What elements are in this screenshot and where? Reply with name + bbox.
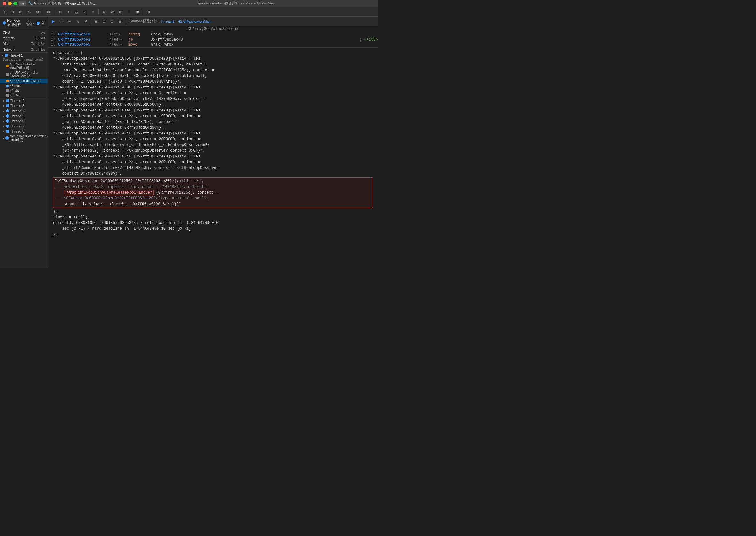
info-button[interactable]: ⚠ xyxy=(25,8,33,15)
step-into-btn[interactable]: ↘ xyxy=(74,18,81,24)
memory-metric[interactable]: Memory 8.3 MB xyxy=(0,35,47,41)
thread9-chevron: ▶ xyxy=(3,137,5,140)
network-metric[interactable]: Network Zero KB/s xyxy=(0,47,47,52)
forward-nav[interactable]: ▷ xyxy=(65,8,72,15)
asm-addr-25: 0x7fff38b5abe5 xyxy=(58,43,109,47)
thread2-item[interactable]: ▶ Thread 2 xyxy=(0,98,47,103)
process-name: Runloop原理分析 xyxy=(7,18,23,27)
code-line-20: activities = 0xa0, repeats = Yes, order … xyxy=(53,159,373,165)
thread9-item[interactable]: ▶ com.apple.uikit.eventfetch-thread (9) xyxy=(0,134,47,142)
debug-btn[interactable]: ⊞ xyxy=(117,8,124,15)
traffic-lights xyxy=(3,2,17,5)
connect-btn[interactable]: ◈ xyxy=(134,8,141,15)
play-btn[interactable]: ▶ xyxy=(50,18,56,24)
debug-sep-2 xyxy=(125,19,125,24)
thread2-name: Thread 2 xyxy=(10,99,24,103)
build-settings[interactable]: ◇ xyxy=(34,8,41,15)
assembly-view: CFArrayGetValueAtIndex 23 0x7fff38b5abe0… xyxy=(48,26,378,48)
cpu-metric[interactable]: CPU 0% xyxy=(0,29,47,35)
thread3-chevron: ▶ xyxy=(3,104,5,107)
frame0-item[interactable]: 0 -[ViewController viewDidLoad] xyxy=(0,62,47,70)
network-value: Zero KB/s xyxy=(31,48,45,51)
breadcrumb-frame: 42 UIApplicationMain xyxy=(178,19,211,23)
toolbar-sep-4 xyxy=(143,9,143,15)
code-view[interactable]: observers = ( "<CFRunLoopObserver 0x6000… xyxy=(48,48,378,268)
breakpoint-btn[interactable]: ⧉ xyxy=(101,8,108,15)
thread1-chevron: ▼ xyxy=(1,54,4,57)
breadcrumb-app: Runloop原理分析 xyxy=(130,19,157,24)
breadcrumb-thread: Thread 1 xyxy=(161,19,174,23)
disk-metric[interactable]: Disk Zero KB/s xyxy=(0,41,47,47)
code-line-21: _afterCACommitHandler (0x7fff48c432c0), … xyxy=(53,165,373,171)
thread2-icon xyxy=(6,99,9,102)
frame42-icon xyxy=(6,80,9,83)
thread8-item[interactable]: ▶ Thread 8 xyxy=(0,129,47,134)
frame-btn[interactable]: ⊞ xyxy=(93,18,100,24)
thread-btn[interactable]: ⊡ xyxy=(101,18,108,24)
settings-icon[interactable]: ⚙ xyxy=(42,20,45,25)
asm-linenum-24: 24 xyxy=(48,37,58,42)
process-icon xyxy=(3,21,6,25)
pause-btn[interactable]: ⏸ xyxy=(57,18,65,24)
frame43-item[interactable]: 43 main xyxy=(0,84,47,88)
back-nav[interactable]: ◁ xyxy=(56,8,63,15)
down-nav[interactable]: ▽ xyxy=(81,8,88,15)
maximize-traffic-light[interactable] xyxy=(14,2,17,5)
asm-row-24[interactable]: 24 0x7fff38b5abe3 <+84>: je 0x7fff38b5ac… xyxy=(48,37,378,42)
thread1-item[interactable]: ▼ Thread 1 xyxy=(0,53,47,58)
record-icon[interactable]: ⏺ xyxy=(36,20,40,25)
frame44-item[interactable]: 44 start xyxy=(0,88,47,93)
highlight-line-2: activities = 0xa0, repeats = Yes, order … xyxy=(55,184,371,190)
asm-linenum-25: 25 xyxy=(48,43,58,47)
frame1-label: 1 -[UIViewController _sendViewDid... xyxy=(10,71,46,78)
minimize-traffic-light[interactable] xyxy=(8,2,12,5)
asm-function-header: CFArrayGetValueAtIndex xyxy=(48,26,378,32)
cpu-value: 0% xyxy=(41,31,45,34)
close-traffic-light[interactable] xyxy=(3,2,6,5)
thread4-item[interactable]: ▶ Thread 4 xyxy=(0,108,47,114)
code-line-6: count = 1, values = (\n\t0 : <0x7f90ae00… xyxy=(53,79,373,84)
highlight-line-1: "<CFRunLoopObserver 0x600002f10500 [0x7f… xyxy=(55,178,371,184)
frame0-label: 0 -[ViewController viewDidLoad] xyxy=(10,63,46,70)
thread7-item[interactable]: ▶ Thread 7 xyxy=(0,124,47,129)
toolbar-sep-1 xyxy=(43,9,43,15)
frame42-item[interactable]: 42 UIApplicationMain xyxy=(0,79,47,84)
thread3-item[interactable]: ▶ Thread 3 xyxy=(0,103,47,108)
frame-up[interactable]: ⬆ xyxy=(89,8,96,15)
frame43-icon xyxy=(6,84,9,87)
scheme-menu[interactable]: ⊞ xyxy=(2,8,8,15)
frame43-label: 43 main xyxy=(10,84,21,87)
asm-mnem-24: je xyxy=(128,37,151,42)
main-container: Runloop原理分析 PID 79012 ⏺ ⚙ CPU 0% Memory … xyxy=(0,17,378,268)
asm-row-25[interactable]: 25 0x7fff38b5abe5 <+86>: movq %rax, %rbx xyxy=(48,42,378,47)
asm-ops-24: 0x7fff38b5ac43 xyxy=(151,37,355,42)
thread2-chevron: ▶ xyxy=(3,99,5,102)
asm-row-23[interactable]: 23 0x7fff38b5abe0 <+81>: testq %rax, %ra… xyxy=(48,32,378,37)
process-title: Runloop原理分析 PID 79012 ⏺ ⚙ xyxy=(3,18,45,27)
frame45-item[interactable]: 45 start xyxy=(0,93,47,98)
highlight-line-5: count = 1, values = (\n\t0 : <0x7f90ae00… xyxy=(55,201,371,207)
view-btn[interactable]: ⊟ xyxy=(116,18,124,24)
env-btn[interactable]: ⊕ xyxy=(109,8,116,15)
content-area: ▶ ⏸ ↪ ↘ ↗ ⊞ ⊡ ⊠ ⊟ Runloop原理分析 › Thread 1… xyxy=(48,17,378,268)
code-view-btn[interactable]: ⊞ xyxy=(45,8,52,15)
run-destination[interactable]: ⊟ xyxy=(9,8,16,15)
share-btn[interactable]: ⊡ xyxy=(125,8,133,15)
step-out-btn[interactable]: ↗ xyxy=(82,18,89,24)
code-line-1: observers = ( xyxy=(53,50,373,56)
test-button[interactable]: ⊞ xyxy=(17,8,24,15)
up-nav[interactable]: △ xyxy=(73,8,80,15)
app-title: Runloop原理分析 xyxy=(34,1,61,6)
frame1-item[interactable]: 1 -[UIViewController _sendViewDid... xyxy=(0,70,47,79)
thread6-item[interactable]: ▶ Thread 6 xyxy=(0,118,47,124)
disk-value: Zero KB/s xyxy=(31,42,45,46)
thread4-chevron: ▶ xyxy=(3,110,5,113)
editor-layout[interactable]: ⊞ xyxy=(145,8,152,15)
highlighted-block: "<CFRunLoopObserver 0x600002f10500 [0x7f… xyxy=(53,177,373,208)
step-over-btn[interactable]: ↪ xyxy=(66,18,73,24)
thread5-item[interactable]: ▶ Thread 5 xyxy=(0,114,47,118)
location-btn[interactable]: ⊠ xyxy=(109,18,115,24)
thread1-queue: Queue: com....thread (serial) xyxy=(0,58,47,62)
back-button[interactable]: ◀ xyxy=(19,1,26,6)
thread8-chevron: ▶ xyxy=(3,130,5,133)
